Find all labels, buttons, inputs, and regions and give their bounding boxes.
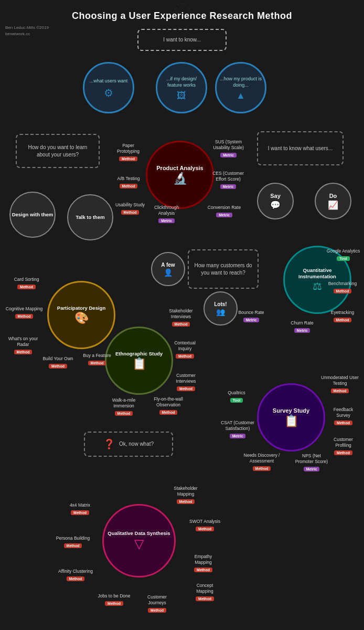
customer-interviews-sat: Customer Interviews Method [169, 373, 203, 391]
fly-on-wall-sat: Fly-on-the-wall Observation Method [149, 396, 187, 415]
unmoderated-ut-label: Unmoderated User Testing [321, 375, 359, 386]
jobs-to-be-done-badge: Method [105, 601, 123, 606]
lots-node: Lots! 👥 [204, 291, 238, 326]
clickthrough-label: Clickthrough Analysis [149, 205, 184, 216]
bounce-rate-label: Bounce Rate [238, 310, 264, 316]
stakeholder-interviews-sat: Stakeholder Interviews Method [163, 308, 199, 327]
jobs-to-be-done-label: Jobs to be Done [98, 593, 131, 599]
feedback-survey-label: Feedback Survey [326, 407, 360, 418]
cognitive-mapping-label: Cognitive Mapping [6, 306, 42, 312]
bounce-rate-badge: Metric [243, 318, 260, 322]
usability-study-label: Usability Study [115, 202, 145, 208]
clickthrough-badge: Metric [158, 218, 175, 223]
qualtrics-sat: Qualtrics Tool [220, 390, 253, 403]
survey-study-label: Survey Study [273, 407, 309, 414]
i-want-to-know-label: I want to know... [163, 36, 201, 44]
how-many-box: How many customers do you want to reach? [188, 249, 259, 289]
customer-profiling-badge: Method [334, 450, 352, 455]
ab-testing-label: A/B Testing [117, 176, 140, 182]
swot-analysis-sat: SWOT Analysis Method [188, 519, 222, 531]
concept-mapping-sat: Concept Mapping Method [188, 583, 222, 601]
nps-sat: NPS (Net Promoter Score) Metric [293, 453, 330, 471]
footer-line2: benatwork.cc [5, 31, 49, 37]
swot-analysis-label: SWOT Analysis [189, 519, 220, 524]
persona-building-badge: Method [64, 543, 82, 548]
how-my-product-label: ...how my product is doing... [217, 74, 265, 90]
feedback-survey-sat: Feedback Survey Method [326, 407, 360, 425]
i-want-to-know-box: I want to know... [137, 29, 227, 51]
how-learn-label: How do you want to learn about your user… [21, 144, 94, 159]
say-node: Say 💬 [257, 183, 294, 219]
persona-building-label: Persona Building [56, 536, 90, 541]
stakeholder-mapping-badge: Method [177, 499, 195, 504]
qualitative-synthesis-node: Qualitative Data Synthesis ▽ [102, 504, 176, 578]
sus-sat: SUS (System Usability Scale) Metric [209, 139, 248, 158]
swot-analysis-badge: Method [196, 527, 214, 531]
needs-discovery-sat: Needs Discovery / Assessment Method [243, 453, 281, 471]
affinity-clustering-sat: Affinity Clustering Method [58, 569, 93, 581]
usability-study-sat: Usability Study Method [114, 202, 146, 215]
qualtrics-badge: Tool [230, 398, 243, 403]
survey-study-node: Survey Study 📋 [257, 383, 325, 452]
if-my-design-node: ...if my design/ feature works 🖼 [156, 62, 207, 113]
customer-profiling-sat: Customer Profiling Method [326, 437, 360, 455]
fly-on-wall-label: Fly-on-the-wall Observation [149, 396, 187, 408]
qualtrics-label: Qualtrics [228, 390, 245, 396]
ces-badge: Metric [220, 184, 237, 189]
churn-rate-sat: Churn Rate Metric [286, 320, 318, 333]
eyetracking-sat: Eyetracking Method [326, 310, 359, 322]
usability-study-badge: Method [121, 210, 140, 215]
what-users-want-label: ...what users want [88, 76, 130, 87]
iwant-know-users-label: I want to know what users... [268, 145, 333, 152]
ab-testing-badge: Method [120, 184, 138, 188]
if-my-design-label: ...if my design/ feature works [157, 74, 206, 90]
customer-interviews-label: Customer Interviews [169, 373, 203, 384]
sus-label: SUS (System Usability Scale) [209, 139, 248, 151]
nps-label: NPS (Net Promoter Score) [293, 453, 330, 465]
card-sorting-badge: Method [17, 285, 36, 289]
stakeholder-interviews-badge: Method [172, 322, 190, 327]
matrix-4x4-badge: Method [71, 510, 89, 515]
eyetracking-badge: Method [334, 318, 352, 322]
paper-prototyping-sat: Paper Prototyping Method [111, 143, 145, 161]
concept-mapping-badge: Method [196, 596, 214, 601]
unmoderated-ut-sat: Unmoderated User Testing Method [321, 375, 359, 393]
empathy-mapping-sat: Empathy Mapping Method [186, 554, 220, 572]
lots-label: Lots! [214, 301, 227, 308]
stakeholder-mapping-sat: Stakeholder Mapping Method [168, 486, 204, 504]
ces-sat: CES (Customer Effort Score) Metric [210, 171, 247, 189]
say-label: Say [270, 192, 281, 200]
sus-badge: Metric [220, 153, 237, 158]
build-your-own-label: Build Your Own [42, 356, 73, 362]
whats-on-radar-sat: What's on your Radar Method [4, 336, 42, 354]
contextual-inquiry-badge: Method [176, 354, 194, 359]
bounce-rate-sat: Bounce Rate Metric [235, 310, 267, 322]
ces-label: CES (Customer Effort Score) [210, 171, 247, 182]
customer-profiling-label: Customer Profiling [326, 437, 360, 448]
participatory-design-node: Participatory Design 🎨 [47, 281, 115, 349]
needs-discovery-badge: Method [253, 466, 271, 471]
nps-badge: Metric [304, 467, 320, 471]
contextual-inquiry-sat: Contextual Inquiry Method [168, 340, 202, 359]
customer-journeys-label: Customer Journeys [140, 594, 174, 606]
benchmarking-badge: Method [334, 289, 352, 293]
cognitive-mapping-sat: Cognitive Mapping Method [5, 306, 43, 319]
conversion-rate-badge: Metric [216, 213, 232, 217]
churn-rate-label: Churn Rate [291, 320, 313, 326]
buy-a-feature-badge: Method [88, 361, 106, 365]
affinity-clustering-badge: Method [67, 576, 85, 581]
ok-now-what-box: ❓ Ok, now what? [84, 432, 173, 457]
cognitive-mapping-badge: Method [15, 314, 34, 319]
csat-badge: Metric [230, 434, 246, 438]
clickthrough-sat: Clickthrough Analysis Metric [149, 205, 184, 223]
affinity-clustering-label: Affinity Clustering [58, 569, 93, 574]
whats-on-radar-badge: Method [14, 350, 33, 354]
persona-building-sat: Persona Building Method [55, 536, 91, 548]
unmoderated-ut-badge: Method [331, 388, 349, 393]
benchmarking-sat: Benchmarking Method [326, 281, 359, 293]
quantitative-label: Quantitative Instrumentation [285, 267, 350, 280]
talk-to-them-label: Talk to them [76, 214, 104, 220]
google-analytics-sat: Google Analytics Tool [326, 248, 360, 261]
how-my-product-node: ...how my product is doing... ▲ [215, 62, 266, 113]
concept-mapping-label: Concept Mapping [188, 583, 222, 594]
